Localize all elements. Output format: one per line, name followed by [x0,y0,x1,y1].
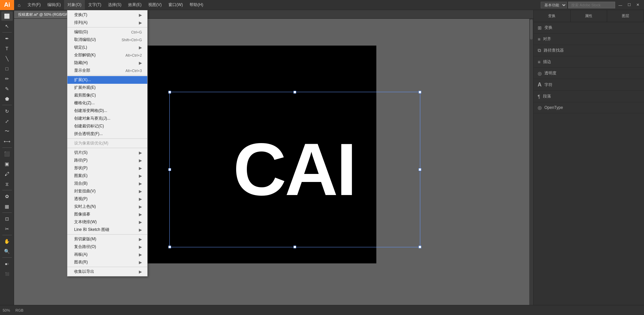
menu-item-collect-export[interactable]: 收集以导出 ▶ [67,268,147,275]
menu-item-graph-arrow: ▶ [139,260,142,265]
menu-item-collect-export-label: 收集以导出 [74,269,94,274]
menu-item-flatten-transparency[interactable]: 拼合透明度(F)... [67,130,147,138]
menu-item-object-mosaic-label: 创建对象马赛克(J)... [74,116,110,121]
menu-item-graph-label: 图表(R) [74,259,88,265]
menu-item-blend-arrow: ▶ [139,181,142,186]
menu-item-live-paint[interactable]: 实时上色(N) ▶ [67,203,147,210]
menu-item-show-all[interactable]: 显示全部 Alt+Ctrl+3 [67,67,147,74]
menu-item-hide-label: 隐藏(H) [74,60,88,66]
menu-item-unlock-all[interactable]: 全部解锁(K) Alt+Ctrl+2 [67,51,147,59]
menu-item-image-trace[interactable]: 图像描摹 ▶ [67,210,147,218]
menu-item-group-label: 编组(G) [74,29,88,35]
menu-item-transform-arrow: ▶ [139,13,142,17]
menu-item-text-wrap-label: 文本绕排(W) [74,219,97,225]
menu-item-lock[interactable]: 锁定(L) ▶ [67,44,147,51]
menu-item-object-mosaic[interactable]: 创建对象马赛克(J)... [67,115,147,122]
menu-item-ungroup-label: 取消编组(U) [74,37,96,43]
menu-item-arrange[interactable]: 排列(A) ▶ [67,19,147,26]
menu-item-perspective[interactable]: 透视(P) ▶ [67,195,147,203]
menu-item-lock-label: 锁定(L) [74,45,87,50]
menu-item-perspective-label: 透视(P) [74,196,88,202]
menu-effect[interactable]: 效果(E) [125,0,145,10]
menu-item-expand-label: 扩展(X)... [74,77,91,83]
menu-item-pixel-perfect[interactable]: 设为像素级优化(M) [67,139,147,147]
menu-item-crop-marks[interactable]: 创建裁切标记(C) [67,122,147,130]
menu-item-path[interactable]: 路径(P) ▶ [67,156,147,164]
menu-item-slice[interactable]: 切片(S) ▶ [67,149,147,156]
menu-item-flatten-transparency-label: 拼合透明度(F)... [74,131,103,137]
minimize-button[interactable]: — [616,3,624,7]
menu-edit[interactable]: 编辑(E) [44,0,64,10]
menu-item-crop-marks-label: 创建裁切标记(C) [74,123,104,129]
menu-item-expand-appearance[interactable]: 扩展外观(E) [67,84,147,91]
menu-item-live-paint-arrow: ▶ [139,204,142,209]
menu-item-compound-path[interactable]: 复合路径(O) ▶ [67,243,147,251]
menu-items: 文件(F) 编辑(E) 对象(O) 文字(T) 选择(S) 效果(E) 视图(V… [24,0,207,10]
menu-item-envelope-distort-arrow: ▶ [139,189,142,194]
menu-item-transform-label: 变换(T) [74,12,87,18]
menu-item-transform[interactable]: 变换(T) ▶ [67,11,147,19]
menu-item-blend[interactable]: 混合(B) ▶ [67,180,147,187]
menu-item-artboard[interactable]: 画板(A) ▶ [67,251,147,258]
menu-item-clipping-mask[interactable]: 剪切蒙版(M) ▶ [67,235,147,243]
menu-item-shape-arrow: ▶ [139,166,142,171]
object-dropdown-menu: 变换(T) ▶ 排列(A) ▶ 编组(G) Ctrl+G 取消编组(U) Shi… [67,10,148,276]
menu-item-artboard-label: 画板(A) [74,252,88,257]
menu-select[interactable]: 选择(S) [105,0,125,10]
menu-item-slice-arrow: ▶ [139,150,142,155]
menu-text[interactable]: 文字(T) [85,0,105,10]
menu-group-4: 设为像素级优化(M) [67,139,147,148]
menu-item-gradient-mesh[interactable]: 创建渐变网格(D)... [67,107,147,115]
menu-item-path-arrow: ▶ [139,158,142,163]
menu-item-group-shortcut: Ctrl+G [131,30,142,34]
menu-view[interactable]: 视图(V) [145,0,165,10]
menu-item-line-sketch-label: Line 和 Sketch 图碰 [74,227,109,233]
menu-item-rasterize[interactable]: 栅格化(Z)... [67,99,147,107]
menu-item-envelope-distort[interactable]: 封套扭曲(V) ▶ [67,187,147,195]
menu-item-gradient-mesh-label: 创建渐变网格(D)... [74,108,107,114]
menu-group-2: 编组(G) Ctrl+G 取消编组(U) Shift+Ctrl+G 锁定(L) … [67,27,147,75]
menu-item-pixel-perfect-label: 设为像素级优化(M) [74,140,108,146]
menu-item-collect-export-arrow: ▶ [139,269,142,274]
menu-item-expand[interactable]: 扩展(X)... [67,76,147,84]
menu-item-crop-image-label: 裁剪图像(C) [74,92,96,98]
menu-item-image-trace-arrow: ▶ [139,212,142,217]
menu-item-text-wrap-arrow: ▶ [139,220,142,225]
menu-item-perspective-arrow: ▶ [139,197,142,201]
menu-item-text-wrap[interactable]: 文本绕排(W) ▶ [67,218,147,226]
menu-help[interactable]: 帮助(H) [186,0,207,10]
menu-item-show-all-label: 显示全部 [74,68,90,73]
menu-item-artboard-arrow: ▶ [139,252,142,257]
menu-item-arrange-arrow: ▶ [139,20,142,25]
menu-group-5: 切片(S) ▶ 路径(P) ▶ 形状(P) ▶ 图案(E) ▶ 混合(B) ▶ … [67,148,147,235]
menu-item-shape-label: 形状(P) [74,165,88,171]
menu-group-1: 变换(T) ▶ 排列(A) ▶ [67,10,147,27]
menu-group-7: 收集以导出 ▶ [67,267,147,276]
menu-item-crop-image[interactable]: 裁剪图像(C) [67,91,147,99]
menu-window[interactable]: 窗口(W) [165,0,186,10]
menu-object[interactable]: 对象(O) [64,0,85,10]
menu-item-path-label: 路径(P) [74,158,88,163]
menu-item-rasterize-label: 栅格化(Z)... [74,100,95,106]
menu-file[interactable]: 文件(F) [24,0,44,10]
menu-item-ungroup-shortcut: Shift+Ctrl+G [121,38,142,42]
home-button[interactable]: ⌂ [14,0,24,10]
menu-item-blend-label: 混合(B) [74,181,88,186]
menu-item-clipping-mask-label: 剪切蒙版(M) [74,236,96,242]
menu-item-arrange-label: 排列(A) [74,20,88,25]
menu-item-compound-path-label: 复合路径(O) [74,244,96,250]
maximize-button[interactable]: ☐ [626,3,633,7]
menu-item-ungroup[interactable]: 取消编组(U) Shift+Ctrl+G [67,36,147,44]
close-button[interactable]: ✕ [634,3,641,7]
menu-item-line-sketch[interactable]: Line 和 Sketch 图碰 ▶ [67,226,147,234]
menu-item-expand-appearance-label: 扩展外观(E) [74,85,96,90]
menu-item-graph[interactable]: 图表(R) ▶ [67,258,147,266]
search-input[interactable] [568,2,615,8]
menu-item-pattern[interactable]: 图案(E) ▶ [67,172,147,180]
workspace-select[interactable]: 基本功能 [541,2,567,8]
menu-group-6: 剪切蒙版(M) ▶ 复合路径(O) ▶ 画板(A) ▶ 图表(R) ▶ [67,235,147,267]
menu-item-group[interactable]: 编组(G) Ctrl+G [67,28,147,36]
menu-item-lock-arrow: ▶ [139,45,142,50]
menu-item-hide[interactable]: 隐藏(H) ▶ [67,59,147,67]
menu-item-shape[interactable]: 形状(P) ▶ [67,164,147,172]
